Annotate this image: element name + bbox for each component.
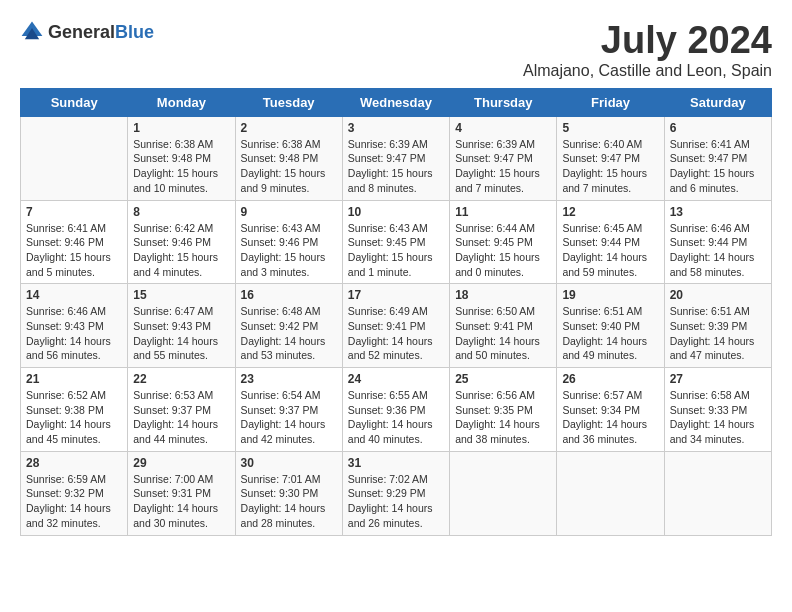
day-info: Sunrise: 6:53 AM Sunset: 9:37 PM Dayligh… [133, 388, 229, 447]
day-info: Sunrise: 6:41 AM Sunset: 9:47 PM Dayligh… [670, 137, 766, 196]
day-info: Sunrise: 6:46 AM Sunset: 9:43 PM Dayligh… [26, 304, 122, 363]
day-info: Sunrise: 6:56 AM Sunset: 9:35 PM Dayligh… [455, 388, 551, 447]
day-number: 26 [562, 372, 658, 386]
logo-icon [20, 20, 44, 44]
day-number: 31 [348, 456, 444, 470]
calendar-cell: 13Sunrise: 6:46 AM Sunset: 9:44 PM Dayli… [664, 200, 771, 284]
week-row-3: 14Sunrise: 6:46 AM Sunset: 9:43 PM Dayli… [21, 284, 772, 368]
day-number: 29 [133, 456, 229, 470]
day-number: 1 [133, 121, 229, 135]
day-number: 18 [455, 288, 551, 302]
day-number: 7 [26, 205, 122, 219]
day-number: 22 [133, 372, 229, 386]
week-row-1: 1Sunrise: 6:38 AM Sunset: 9:48 PM Daylig… [21, 116, 772, 200]
day-info: Sunrise: 6:51 AM Sunset: 9:40 PM Dayligh… [562, 304, 658, 363]
day-number: 2 [241, 121, 337, 135]
day-number: 23 [241, 372, 337, 386]
day-info: Sunrise: 6:57 AM Sunset: 9:34 PM Dayligh… [562, 388, 658, 447]
day-number: 13 [670, 205, 766, 219]
day-info: Sunrise: 6:58 AM Sunset: 9:33 PM Dayligh… [670, 388, 766, 447]
day-info: Sunrise: 6:44 AM Sunset: 9:45 PM Dayligh… [455, 221, 551, 280]
day-info: Sunrise: 7:00 AM Sunset: 9:31 PM Dayligh… [133, 472, 229, 531]
calendar-cell: 25Sunrise: 6:56 AM Sunset: 9:35 PM Dayli… [450, 368, 557, 452]
calendar-cell: 24Sunrise: 6:55 AM Sunset: 9:36 PM Dayli… [342, 368, 449, 452]
day-info: Sunrise: 6:52 AM Sunset: 9:38 PM Dayligh… [26, 388, 122, 447]
calendar-table: SundayMondayTuesdayWednesdayThursdayFrid… [20, 88, 772, 536]
day-number: 21 [26, 372, 122, 386]
calendar-cell: 18Sunrise: 6:50 AM Sunset: 9:41 PM Dayli… [450, 284, 557, 368]
day-number: 5 [562, 121, 658, 135]
day-info: Sunrise: 6:47 AM Sunset: 9:43 PM Dayligh… [133, 304, 229, 363]
week-row-4: 21Sunrise: 6:52 AM Sunset: 9:38 PM Dayli… [21, 368, 772, 452]
day-number: 30 [241, 456, 337, 470]
calendar-cell: 30Sunrise: 7:01 AM Sunset: 9:30 PM Dayli… [235, 451, 342, 535]
day-info: Sunrise: 7:02 AM Sunset: 9:29 PM Dayligh… [348, 472, 444, 531]
day-info: Sunrise: 6:42 AM Sunset: 9:46 PM Dayligh… [133, 221, 229, 280]
calendar-cell [664, 451, 771, 535]
day-number: 20 [670, 288, 766, 302]
day-info: Sunrise: 6:43 AM Sunset: 9:45 PM Dayligh… [348, 221, 444, 280]
calendar-cell: 28Sunrise: 6:59 AM Sunset: 9:32 PM Dayli… [21, 451, 128, 535]
calendar-cell [450, 451, 557, 535]
day-number: 27 [670, 372, 766, 386]
day-number: 24 [348, 372, 444, 386]
day-number: 17 [348, 288, 444, 302]
calendar-cell: 19Sunrise: 6:51 AM Sunset: 9:40 PM Dayli… [557, 284, 664, 368]
calendar-cell: 3Sunrise: 6:39 AM Sunset: 9:47 PM Daylig… [342, 116, 449, 200]
calendar-cell: 10Sunrise: 6:43 AM Sunset: 9:45 PM Dayli… [342, 200, 449, 284]
month-title: July 2024 [523, 20, 772, 62]
day-info: Sunrise: 6:43 AM Sunset: 9:46 PM Dayligh… [241, 221, 337, 280]
logo-general: General [48, 22, 115, 42]
calendar-header: SundayMondayTuesdayWednesdayThursdayFrid… [21, 88, 772, 116]
day-number: 8 [133, 205, 229, 219]
page-header: GeneralBlue July 2024 Almajano, Castille… [20, 20, 772, 80]
calendar-cell: 2Sunrise: 6:38 AM Sunset: 9:48 PM Daylig… [235, 116, 342, 200]
day-info: Sunrise: 6:38 AM Sunset: 9:48 PM Dayligh… [241, 137, 337, 196]
header-day-saturday: Saturday [664, 88, 771, 116]
calendar-cell [557, 451, 664, 535]
calendar-body: 1Sunrise: 6:38 AM Sunset: 9:48 PM Daylig… [21, 116, 772, 535]
calendar-cell: 7Sunrise: 6:41 AM Sunset: 9:46 PM Daylig… [21, 200, 128, 284]
header-day-thursday: Thursday [450, 88, 557, 116]
location-title: Almajano, Castille and Leon, Spain [523, 62, 772, 80]
header-day-sunday: Sunday [21, 88, 128, 116]
calendar-cell: 1Sunrise: 6:38 AM Sunset: 9:48 PM Daylig… [128, 116, 235, 200]
calendar-cell: 12Sunrise: 6:45 AM Sunset: 9:44 PM Dayli… [557, 200, 664, 284]
header-day-wednesday: Wednesday [342, 88, 449, 116]
calendar-cell: 26Sunrise: 6:57 AM Sunset: 9:34 PM Dayli… [557, 368, 664, 452]
day-number: 14 [26, 288, 122, 302]
logo: GeneralBlue [20, 20, 154, 44]
day-number: 16 [241, 288, 337, 302]
calendar-cell: 9Sunrise: 6:43 AM Sunset: 9:46 PM Daylig… [235, 200, 342, 284]
day-number: 9 [241, 205, 337, 219]
calendar-cell: 14Sunrise: 6:46 AM Sunset: 9:43 PM Dayli… [21, 284, 128, 368]
day-number: 15 [133, 288, 229, 302]
header-day-friday: Friday [557, 88, 664, 116]
day-info: Sunrise: 6:51 AM Sunset: 9:39 PM Dayligh… [670, 304, 766, 363]
logo-blue: Blue [115, 22, 154, 42]
calendar-cell: 6Sunrise: 6:41 AM Sunset: 9:47 PM Daylig… [664, 116, 771, 200]
day-number: 12 [562, 205, 658, 219]
day-number: 19 [562, 288, 658, 302]
day-info: Sunrise: 6:39 AM Sunset: 9:47 PM Dayligh… [348, 137, 444, 196]
header-row: SundayMondayTuesdayWednesdayThursdayFrid… [21, 88, 772, 116]
calendar-cell: 29Sunrise: 7:00 AM Sunset: 9:31 PM Dayli… [128, 451, 235, 535]
day-number: 3 [348, 121, 444, 135]
week-row-2: 7Sunrise: 6:41 AM Sunset: 9:46 PM Daylig… [21, 200, 772, 284]
day-number: 6 [670, 121, 766, 135]
day-info: Sunrise: 6:54 AM Sunset: 9:37 PM Dayligh… [241, 388, 337, 447]
day-info: Sunrise: 6:39 AM Sunset: 9:47 PM Dayligh… [455, 137, 551, 196]
calendar-cell: 17Sunrise: 6:49 AM Sunset: 9:41 PM Dayli… [342, 284, 449, 368]
calendar-cell: 20Sunrise: 6:51 AM Sunset: 9:39 PM Dayli… [664, 284, 771, 368]
calendar-cell: 27Sunrise: 6:58 AM Sunset: 9:33 PM Dayli… [664, 368, 771, 452]
day-number: 25 [455, 372, 551, 386]
day-info: Sunrise: 7:01 AM Sunset: 9:30 PM Dayligh… [241, 472, 337, 531]
day-info: Sunrise: 6:38 AM Sunset: 9:48 PM Dayligh… [133, 137, 229, 196]
calendar-cell: 5Sunrise: 6:40 AM Sunset: 9:47 PM Daylig… [557, 116, 664, 200]
day-info: Sunrise: 6:49 AM Sunset: 9:41 PM Dayligh… [348, 304, 444, 363]
calendar-cell: 21Sunrise: 6:52 AM Sunset: 9:38 PM Dayli… [21, 368, 128, 452]
calendar-cell: 31Sunrise: 7:02 AM Sunset: 9:29 PM Dayli… [342, 451, 449, 535]
title-area: July 2024 Almajano, Castille and Leon, S… [523, 20, 772, 80]
day-info: Sunrise: 6:55 AM Sunset: 9:36 PM Dayligh… [348, 388, 444, 447]
day-info: Sunrise: 6:48 AM Sunset: 9:42 PM Dayligh… [241, 304, 337, 363]
